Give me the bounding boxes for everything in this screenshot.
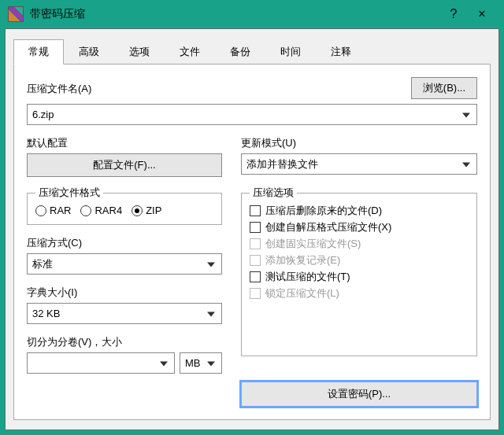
- chk-test-box: [250, 271, 261, 282]
- radio-rar[interactable]: RAR: [35, 205, 71, 216]
- chk-lock: 锁定压缩文件(L): [250, 286, 469, 300]
- client-area: 常规 高级 选项 文件 备份 时间 注释 压缩文件名(A) 浏览(B)... 6…: [5, 28, 499, 430]
- dict-select[interactable]: 32 KB: [27, 303, 222, 324]
- method-label: 压缩方式(C): [27, 236, 222, 250]
- chk-sfx[interactable]: 创建自解压格式压缩文件(X): [250, 220, 469, 234]
- chk-sfx-label: 创建自解压格式压缩文件(X): [265, 220, 391, 234]
- split-label: 切分为分卷(V)，大小: [27, 335, 222, 349]
- profile-button[interactable]: 配置文件(F)...: [27, 153, 222, 177]
- close-button[interactable]: ×: [468, 7, 496, 21]
- radio-rar4-label: RAR4: [94, 205, 122, 216]
- radio-zip[interactable]: ZIP: [132, 205, 161, 216]
- chk-sfx-box: [250, 222, 261, 233]
- chk-recovery: 添加恢复记录(E): [250, 253, 469, 267]
- method-select[interactable]: 标准: [27, 253, 222, 275]
- archive-name-label: 压缩文件名(A): [27, 82, 91, 96]
- tab-backup[interactable]: 备份: [215, 39, 265, 65]
- split-size-select[interactable]: [27, 352, 175, 374]
- tab-files[interactable]: 文件: [165, 39, 215, 65]
- app-icon: [8, 6, 24, 22]
- chk-recovery-label: 添加恢复记录(E): [265, 253, 340, 267]
- update-mode-select[interactable]: 添加并替换文件: [241, 153, 477, 175]
- chk-solid-label: 创建固实压缩文件(S): [265, 237, 361, 251]
- radio-rar4-indicator: [80, 205, 91, 216]
- default-profile-label: 默认配置: [27, 136, 222, 150]
- archive-name-value: 6.zip: [32, 109, 54, 120]
- chk-test[interactable]: 测试压缩的文件(T): [250, 270, 469, 284]
- tab-advanced[interactable]: 高级: [64, 39, 114, 65]
- radio-rar4[interactable]: RAR4: [80, 205, 122, 216]
- radio-rar-label: RAR: [50, 205, 71, 216]
- radio-rar-indicator: [35, 205, 46, 216]
- help-button[interactable]: ?: [439, 7, 468, 21]
- split-unit-select[interactable]: MB: [180, 352, 222, 374]
- update-mode-value: 添加并替换文件: [246, 157, 318, 171]
- compress-options-legend: 压缩选项: [250, 186, 297, 200]
- tab-panel-general: 压缩文件名(A) 浏览(B)... 6.zip 默认配置 配置文件(F)... …: [13, 65, 491, 420]
- chk-delete-after[interactable]: 压缩后删除原来的文件(D): [250, 204, 469, 218]
- dict-value: 32 KB: [32, 308, 60, 319]
- tab-comment[interactable]: 注释: [316, 39, 366, 65]
- title-bar: 带密码压缩 ? ×: [0, 0, 504, 28]
- format-fieldset: 压缩文件格式 RAR RAR4 ZIP: [27, 193, 222, 225]
- radio-zip-indicator: [132, 205, 143, 216]
- chk-lock-label: 锁定压缩文件(L): [265, 286, 339, 300]
- chk-solid-box: [250, 238, 261, 249]
- set-password-button[interactable]: 设置密码(P)...: [241, 382, 477, 407]
- tab-general[interactable]: 常规: [13, 39, 64, 65]
- tab-strip: 常规 高级 选项 文件 备份 时间 注释: [13, 39, 491, 65]
- chk-test-label: 测试压缩的文件(T): [265, 270, 350, 284]
- archive-name-input[interactable]: 6.zip: [27, 104, 477, 125]
- chk-lock-box: [250, 288, 261, 299]
- chk-delete-after-label: 压缩后删除原来的文件(D): [265, 204, 382, 218]
- split-unit-value: MB: [185, 357, 201, 369]
- radio-zip-label: ZIP: [146, 205, 161, 216]
- dict-label: 字典大小(I): [27, 286, 222, 300]
- chk-recovery-box: [250, 255, 261, 266]
- update-mode-label: 更新模式(U): [241, 136, 477, 150]
- method-value: 标准: [32, 257, 53, 271]
- chk-solid: 创建固实压缩文件(S): [250, 237, 469, 251]
- tab-options[interactable]: 选项: [114, 39, 165, 65]
- compress-options-fieldset: 压缩选项 压缩后删除原来的文件(D) 创建自解压格式压缩文件(X) 创建固实压缩…: [241, 193, 477, 356]
- chk-delete-after-box: [250, 205, 261, 216]
- browse-button[interactable]: 浏览(B)...: [411, 77, 477, 99]
- tab-time[interactable]: 时间: [265, 39, 316, 65]
- format-legend: 压缩文件格式: [35, 186, 103, 200]
- window-title: 带密码压缩: [30, 7, 439, 21]
